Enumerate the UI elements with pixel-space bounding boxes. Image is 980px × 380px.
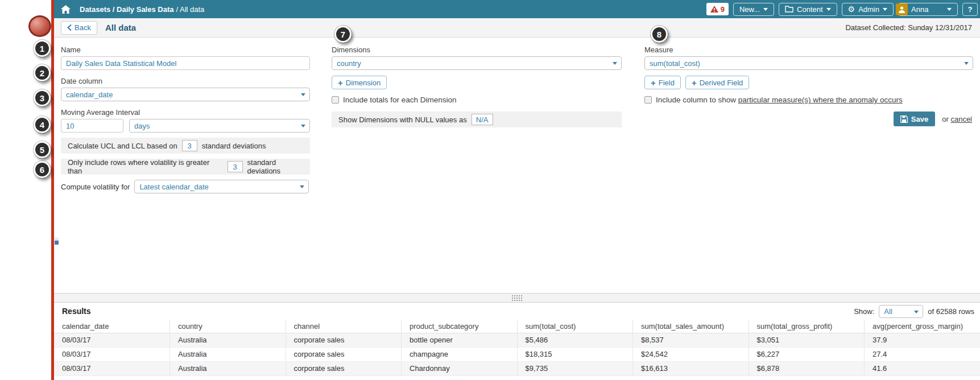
results-header: Results Show: All of 62588 rows xyxy=(54,303,980,320)
dataset-collected-text: Dataset Collected: Sunday 12/31/2017 xyxy=(845,23,973,32)
include-column-prefix: Include column to show xyxy=(656,96,736,104)
help-button-label: ? xyxy=(968,5,973,14)
admin-button[interactable]: ⚙ Admin xyxy=(842,3,894,16)
add-field-label: Field xyxy=(659,79,675,87)
add-dimension-label: Dimension xyxy=(346,79,381,87)
add-derived-field-label: Derived Field xyxy=(700,79,743,87)
back-button[interactable]: Back xyxy=(61,21,97,35)
back-button-label: Back xyxy=(75,23,91,32)
callout-6: 6 xyxy=(34,161,51,178)
save-button[interactable]: Save xyxy=(894,111,935,126)
cancel-link[interactable]: cancel xyxy=(950,115,972,123)
table-cell: $6,878 xyxy=(749,361,865,375)
user-menu-button[interactable]: Anna xyxy=(898,3,958,16)
table-row[interactable]: 08/03/17 Australia corporate sales champ… xyxy=(54,347,980,361)
measure-value: sum(total_cost) xyxy=(650,59,700,68)
callout-1: 1 xyxy=(34,40,51,57)
table-cell: $9,735 xyxy=(517,361,633,375)
show-rows-select[interactable]: All xyxy=(879,305,923,318)
rows-count-text: of 62588 rows xyxy=(928,307,974,316)
column-header[interactable]: avg(percent_gross_margin) xyxy=(865,320,980,333)
column-header[interactable]: product_subcategory xyxy=(402,320,518,333)
table-cell: 41.6 xyxy=(865,361,980,375)
table-cell: 08/03/17 xyxy=(54,361,170,375)
include-totals-label: Include totals for each Dimension xyxy=(343,96,457,104)
alert-badge[interactable]: 9 xyxy=(706,3,729,15)
callout-2: 2 xyxy=(34,64,51,81)
content-button-label: Content xyxy=(797,5,823,14)
moving-average-input[interactable] xyxy=(61,119,123,133)
column-header[interactable]: sum(total_gross_profit) xyxy=(749,320,865,333)
table-cell: $8,537 xyxy=(633,333,749,347)
new-button[interactable]: New... xyxy=(733,3,774,16)
admin-button-label: Admin xyxy=(858,5,879,14)
or-text: or xyxy=(942,115,949,123)
show-rows-control: Show: All of 62588 rows xyxy=(854,305,974,318)
dimensions-label: Dimensions xyxy=(332,46,622,54)
home-icon[interactable] xyxy=(61,5,71,14)
help-button[interactable]: ? xyxy=(962,3,978,16)
warning-icon xyxy=(710,6,718,13)
breadcrumb-bold: Datasets / Daily Sales Data xyxy=(80,5,173,14)
chevron-down-icon xyxy=(947,8,952,11)
user-avatar xyxy=(896,3,908,15)
dimensions-select[interactable]: country xyxy=(332,56,622,70)
name-label: Name xyxy=(61,46,310,54)
anomaly-measures-link[interactable]: particular measure(s) where the anomaly … xyxy=(738,96,903,104)
add-dimension-button[interactable]: + Dimension xyxy=(332,76,387,89)
plus-icon: + xyxy=(692,79,697,87)
measure-select[interactable]: sum(total_cost) xyxy=(644,56,973,70)
ucl-suffix-text: standard deviations xyxy=(202,142,266,150)
table-cell: bottle opener xyxy=(402,333,518,347)
column-header[interactable]: calendar_date xyxy=(54,320,170,333)
breadcrumb[interactable]: Datasets / Daily Sales Data/ All data xyxy=(80,5,204,14)
volatility-suffix-text: standard deviations xyxy=(247,158,310,175)
moving-average-unit-select[interactable]: days xyxy=(129,119,310,133)
table-row[interactable]: 08/03/17 Australia corporate sales Chard… xyxy=(54,361,980,375)
column-header[interactable]: sum(total_sales_amount) xyxy=(633,320,749,333)
splitter-grip-icon xyxy=(512,295,513,296)
table-cell: 37.9 xyxy=(865,333,980,347)
volatility-stddev-input[interactable] xyxy=(228,161,243,172)
table-cell: 08/03/17 xyxy=(54,333,170,347)
chevron-down-icon xyxy=(914,311,919,313)
partial-red-callout xyxy=(28,15,51,37)
measure-label: Measure xyxy=(644,46,973,54)
folder-icon xyxy=(785,6,793,13)
chevron-down-icon xyxy=(826,8,831,11)
date-column-select[interactable]: calendar_date xyxy=(61,88,310,101)
column-header[interactable]: channel xyxy=(286,320,402,333)
null-values-prefix: Show Dimensions with NULL values as xyxy=(338,115,467,124)
save-button-label: Save xyxy=(911,115,928,123)
show-label: Show: xyxy=(854,307,874,316)
content-button[interactable]: Content xyxy=(779,3,837,16)
ucl-lcl-row: Calculate UCL and LCL based on standard … xyxy=(61,138,310,154)
results-table: calendar_date country channel product_su… xyxy=(54,320,980,376)
column-header[interactable]: sum(total_cost) xyxy=(517,320,633,333)
topbar-actions: 9 New... Content ⚙ Admin Anna ? xyxy=(706,3,978,16)
chevron-left-icon xyxy=(67,24,72,31)
table-row[interactable]: 08/03/17 Australia corporate sales bottl… xyxy=(54,333,980,347)
null-values-input[interactable] xyxy=(472,114,493,125)
compute-volatility-select[interactable]: Latest calendar_date xyxy=(134,180,309,193)
table-cell: Australia xyxy=(170,347,286,361)
null-values-row: Show Dimensions with NULL values as xyxy=(332,111,622,127)
results-panel: Results Show: All of 62588 rows calendar… xyxy=(54,303,980,380)
plus-icon: + xyxy=(651,79,656,87)
name-input[interactable] xyxy=(61,56,310,70)
ucl-stddev-input[interactable] xyxy=(182,140,197,151)
show-rows-value: All xyxy=(884,307,892,316)
include-column-checkbox[interactable] xyxy=(644,96,652,104)
table-cell: Australia xyxy=(170,333,286,347)
add-derived-field-button[interactable]: + Derived Field xyxy=(685,76,749,89)
add-field-button[interactable]: + Field xyxy=(644,76,681,89)
include-totals-checkbox[interactable] xyxy=(332,96,339,104)
pane-splitter[interactable] xyxy=(54,293,980,303)
moving-average-label: Moving Average Interval xyxy=(61,108,310,117)
gear-icon: ⚙ xyxy=(848,5,855,13)
moving-average-unit-value: days xyxy=(134,122,150,130)
page-toolbar: Back All data Dataset Collected: Sunday … xyxy=(54,18,980,38)
chevron-down-icon xyxy=(883,8,887,11)
column-header[interactable]: country xyxy=(170,320,286,333)
date-column-label: Date column xyxy=(61,77,310,85)
